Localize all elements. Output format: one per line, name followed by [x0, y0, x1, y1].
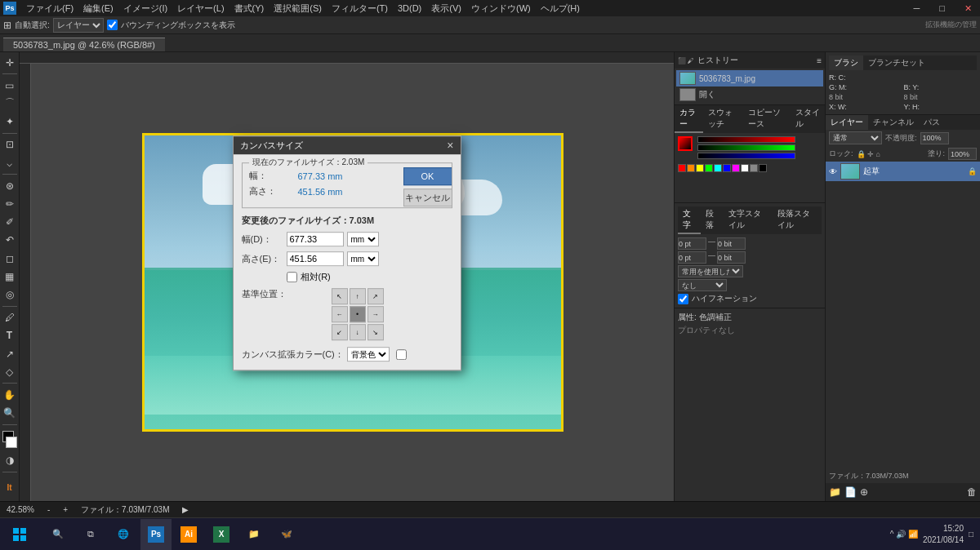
swatch-cyan[interactable] — [714, 164, 722, 172]
tool-gradient[interactable]: ▦ — [1, 268, 19, 285]
char-lead-input[interactable] — [717, 237, 746, 250]
char-style-tab[interactable]: 文字スタイル — [724, 206, 773, 234]
layers-tab[interactable]: レイヤー — [826, 115, 868, 130]
tool-history-brush[interactable]: ↶ — [1, 232, 19, 249]
tool-stamp[interactable]: ✐ — [1, 214, 19, 231]
taskview-icon[interactable]: ⧉ — [75, 519, 106, 550]
b-slider[interactable] — [697, 153, 795, 159]
swatch-red[interactable] — [678, 164, 686, 172]
window-maximize[interactable]: □ — [934, 3, 950, 13]
tool-move[interactable]: ✛ — [1, 54, 19, 71]
window-close[interactable]: ✕ — [960, 3, 977, 14]
swatch-black[interactable] — [759, 164, 767, 172]
height-unit-select[interactable]: mm px cm — [347, 251, 379, 266]
tool-eraser[interactable]: ◻ — [1, 250, 19, 267]
fg-bg-colors[interactable] — [1, 431, 19, 448]
copy-source-tab[interactable]: コピーソース — [743, 105, 790, 133]
notification-icon[interactable]: □ — [969, 530, 973, 539]
tool-brush[interactable]: ✏ — [1, 195, 19, 212]
show-bbox-checkbox[interactable] — [107, 20, 118, 30]
menu-window[interactable]: ウィンドウ(W) — [471, 2, 531, 15]
tool-spot-heal[interactable]: ⊛ — [1, 177, 19, 194]
tool-magic-wand[interactable]: ✦ — [1, 113, 19, 131]
anchor-tc[interactable]: ↑ — [350, 288, 366, 304]
style-tab[interactable]: スタイル — [791, 105, 825, 133]
color-indicator[interactable] — [678, 136, 693, 151]
doc-tab-active[interactable]: 5036783_m.jpg @ 42.6% (RGB/8#) — [3, 38, 165, 51]
tool-pen[interactable]: 🖊 — [1, 309, 19, 326]
swatch-yellow[interactable] — [696, 164, 704, 172]
anchor-mr[interactable]: → — [368, 306, 384, 322]
swatch-gray[interactable] — [750, 164, 758, 172]
height-input[interactable] — [287, 251, 344, 266]
info-brush-tab[interactable]: ブラシ — [829, 55, 863, 70]
paths-tab[interactable]: パス — [919, 115, 945, 130]
width-unit-select[interactable]: mm px cm — [347, 232, 379, 246]
illustrator-icon[interactable]: Ai — [173, 519, 204, 550]
tool-quick-mask[interactable]: ◑ — [1, 452, 19, 469]
menu-select[interactable]: 選択範囲(S) — [274, 2, 322, 15]
swatch-tab[interactable]: スウォッチ — [703, 105, 744, 133]
swatch-white[interactable] — [741, 164, 749, 172]
history-snap-icon[interactable]: ⬛ — [678, 57, 686, 64]
char-tab[interactable]: 文字 — [678, 206, 701, 234]
bg-color[interactable] — [6, 437, 17, 448]
layer-item-1[interactable]: 👁 起草 🔒 — [826, 162, 980, 181]
tool-dodge[interactable]: ◎ — [1, 286, 19, 303]
excel-icon[interactable]: X — [206, 519, 237, 550]
menu-view[interactable]: 表示(V) — [431, 2, 461, 15]
menu-bar[interactable]: Ps ファイル(F) 編集(E) イメージ(I) レイヤー(L) 書式(Y) 選… — [0, 0, 980, 16]
tool-shape[interactable]: ◇ — [1, 363, 19, 380]
tool-zoom[interactable]: 🔍 — [1, 405, 19, 422]
swatch-blue[interactable] — [723, 164, 731, 172]
anchor-tr[interactable]: ↗ — [368, 288, 384, 304]
swatch-orange[interactable] — [687, 164, 695, 172]
start-button[interactable] — [0, 518, 39, 551]
anchor-bc[interactable]: ↓ — [350, 324, 366, 340]
history-tab[interactable]: ヒストリー — [697, 55, 813, 66]
tool-path-select[interactable]: ↗ — [1, 345, 19, 362]
history-item-1[interactable]: 5036783_m.jpg — [676, 70, 823, 86]
swatch-magenta[interactable] — [732, 164, 740, 172]
zoom-in-icon[interactable]: + — [63, 505, 68, 514]
layer-eye-icon[interactable]: 👁 — [829, 167, 837, 176]
color-tab[interactable]: カラー — [675, 105, 703, 133]
char-kern-input[interactable] — [678, 251, 706, 264]
hifusion-checkbox[interactable] — [678, 294, 688, 304]
info-brush-preset-tab[interactable]: ブランチセット — [863, 55, 930, 70]
menu-help[interactable]: ヘルプ(H) — [541, 2, 580, 15]
add-layer-icon[interactable]: 📄 — [844, 486, 857, 498]
fill-input[interactable] — [948, 148, 977, 160]
anchor-bl[interactable]: ↙ — [332, 324, 348, 340]
delete-layer-icon[interactable]: 🗑 — [967, 486, 977, 498]
anchor-ml[interactable]: ← — [332, 306, 348, 322]
tool-hand[interactable]: ✋ — [1, 386, 19, 403]
para-tab[interactable]: 段落 — [701, 206, 724, 234]
char-aa-select[interactable]: 常用を使用した小い — [678, 265, 743, 277]
opacity-input[interactable] — [920, 132, 949, 144]
tool-lasso[interactable]: ⌒ — [1, 95, 19, 112]
r-slider[interactable] — [697, 136, 795, 143]
photoshop-taskbar-icon[interactable]: Ps — [140, 519, 172, 550]
para-style-tab[interactable]: 段落スタイル — [773, 206, 822, 234]
char-no-select[interactable]: なし — [678, 279, 727, 291]
zoom-out-icon[interactable]: - — [47, 505, 50, 514]
menu-edit[interactable]: 編集(E) — [83, 2, 114, 15]
swatch-green[interactable] — [705, 164, 713, 172]
add-adjustment-icon[interactable]: ⊕ — [860, 486, 868, 498]
auto-select-dropdown[interactable]: レイヤー — [53, 18, 104, 33]
relative-checkbox[interactable] — [287, 272, 297, 282]
char-track-input[interactable] — [717, 251, 746, 264]
menu-file[interactable]: ファイル(F) — [26, 2, 74, 15]
tool-crop[interactable]: ⊡ — [1, 136, 19, 153]
width-input[interactable] — [287, 232, 344, 246]
add-group-icon[interactable]: 📁 — [829, 486, 841, 498]
blend-mode-select[interactable]: 通常 — [829, 131, 882, 144]
menu-layer[interactable]: レイヤー(L) — [177, 2, 224, 15]
folder-icon[interactable]: 📁 — [238, 519, 270, 550]
dialog-close-button[interactable]: × — [447, 139, 453, 152]
edge-icon[interactable]: 🌐 — [108, 519, 139, 550]
history-brush-icon[interactable]: 🖌 — [688, 57, 694, 64]
canvas-ext-select[interactable]: 背景色 — [347, 347, 390, 361]
char-size-input[interactable] — [678, 237, 706, 250]
